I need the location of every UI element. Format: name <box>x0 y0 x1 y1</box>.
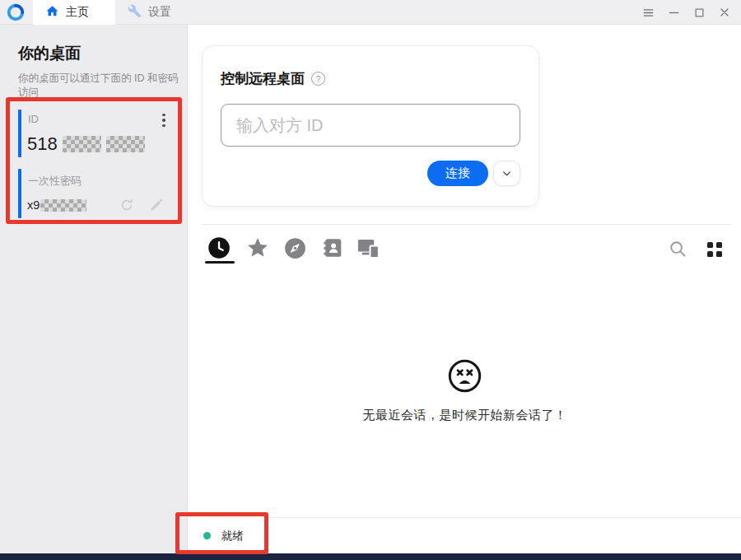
close-icon[interactable] <box>716 4 733 21</box>
password-accent-bar <box>18 169 21 218</box>
device-id-value[interactable]: 518 <box>27 133 145 155</box>
active-tab-underline <box>205 261 235 264</box>
password-prefix: x9 <box>27 198 40 212</box>
connect-card-title-text: 控制远程桌面 <box>221 69 305 88</box>
main-area: 控制远程桌面 ? 连接 <box>189 25 741 554</box>
menu-icon[interactable] <box>640 4 656 21</box>
tab-settings[interactable]: 设置 <box>117 0 189 25</box>
connect-card: 控制远程桌面 ? 连接 <box>202 45 539 207</box>
compass-icon <box>284 237 306 259</box>
lan-devices-icon <box>357 236 381 260</box>
clock-icon <box>207 236 231 259</box>
status-dot-icon <box>203 532 211 539</box>
device-id-masked-block <box>106 136 145 152</box>
refresh-password-icon[interactable] <box>119 198 134 216</box>
sessions-separator <box>202 224 731 225</box>
id-label: ID <box>28 113 39 125</box>
address-book-icon <box>322 237 343 259</box>
one-time-password-label: 一次性密码 <box>28 174 82 189</box>
edit-password-icon[interactable] <box>149 198 164 216</box>
connect-card-title: 控制远程桌面 ? <box>221 69 325 88</box>
password-masked-block <box>40 199 86 212</box>
one-time-password-value[interactable]: x9 <box>27 198 86 212</box>
star-icon <box>246 236 269 259</box>
window-controls <box>640 0 741 25</box>
grid-view-icon[interactable] <box>707 242 722 257</box>
tab-lan-devices[interactable] <box>357 236 381 260</box>
empty-state-message: 无最近会话，是时候开始新会话了！ <box>189 408 741 423</box>
maximize-icon[interactable] <box>691 4 707 21</box>
status-text[interactable]: 就绪 <box>221 529 244 544</box>
chevron-down-icon <box>501 168 512 179</box>
id-kebab-menu-icon[interactable] <box>158 111 170 129</box>
rustdesk-window: 主页 设置 你的桌面 你的桌面可以通过下面的 ID 和密码访问 <box>0 0 741 560</box>
help-icon[interactable]: ? <box>311 72 325 86</box>
id-accent-bar <box>18 110 21 157</box>
tab-discovered[interactable] <box>282 236 307 260</box>
sidebar-subtitle: 你的桌面可以通过下面的 ID 和密码访问 <box>18 72 179 100</box>
peer-id-input[interactable] <box>221 104 520 147</box>
tab-favorites[interactable] <box>245 236 270 260</box>
sidebar-title: 你的桌面 <box>18 43 81 64</box>
connect-button[interactable]: 连接 <box>427 161 488 186</box>
dizzy-face-icon <box>447 358 482 394</box>
tab-home[interactable]: 主页 <box>33 0 115 25</box>
tab-address-book[interactable] <box>320 236 345 260</box>
wrench-icon <box>128 4 142 21</box>
empty-state: 无最近会话，是时候开始新会话了！ <box>189 358 741 423</box>
sidebar: 你的桌面 你的桌面可以通过下面的 ID 和密码访问 ID 518 一次性密码 x… <box>0 25 188 554</box>
bottom-edge-bar <box>0 553 741 560</box>
device-id-prefix: 518 <box>27 133 58 155</box>
tab-home-label: 主页 <box>66 5 89 20</box>
status-bar: 就绪 <box>189 517 741 553</box>
app-logo-icon <box>7 3 25 21</box>
tab-settings-label: 设置 <box>148 5 171 20</box>
connect-options-button[interactable] <box>493 161 520 186</box>
search-icon[interactable] <box>669 240 687 262</box>
device-id-masked-block <box>63 136 101 152</box>
home-icon <box>45 4 59 21</box>
tab-recent-sessions[interactable] <box>207 236 231 260</box>
minimize-icon[interactable] <box>665 4 682 21</box>
titlebar: 主页 设置 <box>0 0 741 25</box>
